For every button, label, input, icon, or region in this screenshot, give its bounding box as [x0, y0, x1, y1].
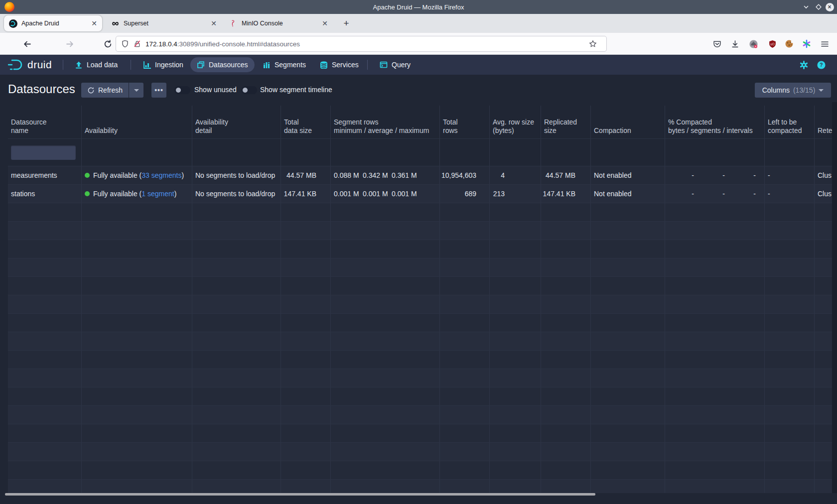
table-cell-empty — [192, 314, 281, 332]
extension-icon[interactable] — [746, 37, 760, 51]
col-header-total-rows[interactable]: Totalrows — [440, 106, 490, 138]
tab-close-icon[interactable]: ✕ — [211, 20, 217, 27]
datasources-icon — [197, 61, 205, 69]
columns-count: (13/15) — [793, 86, 815, 94]
url-bar[interactable]: 172.18.0.4:30899/unified-console.html#da… — [116, 36, 607, 52]
insecure-lock-icon[interactable] — [134, 40, 141, 48]
table-cell-empty — [591, 222, 665, 240]
table-cell-empty — [8, 461, 82, 479]
table-cell-empty — [331, 277, 440, 295]
table-cell-empty — [440, 240, 490, 258]
table-cell-empty — [192, 443, 281, 461]
settings-gear-icon[interactable] — [796, 57, 812, 72]
col-header-total-data-size[interactable]: Totaldata size — [281, 106, 331, 138]
tab-superset[interactable]: Superset ✕ — [106, 15, 222, 31]
table-cell-empty — [440, 369, 490, 387]
segments-link[interactable]: 33 segments — [141, 171, 181, 179]
table-cell-empty — [440, 387, 490, 405]
table-cell-empty — [192, 424, 281, 442]
show-segment-timeline-toggle[interactable] — [241, 86, 257, 94]
col-header-compaction[interactable]: Compaction — [591, 106, 665, 138]
page-header: Datasources Refresh ••• Show unused Show… — [0, 75, 837, 106]
col-header-pct-compacted[interactable]: % Compactedbytes / segments / intervals — [665, 106, 765, 138]
columns-button[interactable]: Columns (13/15) — [755, 83, 831, 98]
col-header-replicated-size[interactable]: Replicatedsize — [541, 106, 591, 138]
help-icon[interactable]: ? — [814, 57, 829, 72]
segments-link[interactable]: 1 segment — [141, 190, 174, 198]
show-unused-toggle[interactable] — [174, 86, 190, 94]
tracking-shield-icon[interactable] — [121, 40, 129, 48]
tab-close-icon[interactable]: ✕ — [91, 20, 97, 27]
filter-cell — [192, 139, 281, 166]
cell-segment-rows: 0.088 M0.342 M0.361 M — [331, 166, 440, 184]
bookmark-star-icon[interactable] — [589, 40, 597, 48]
col-header-availability-detail[interactable]: Availabilitydetail — [192, 106, 281, 138]
more-actions-button[interactable]: ••• — [151, 83, 166, 98]
table-cell-empty — [665, 222, 765, 240]
cell-availability-detail: No segments to load/drop — [192, 166, 281, 184]
table-cell-empty — [192, 203, 281, 221]
nav-item-label: Query — [392, 61, 411, 69]
datasource-filter-input[interactable] — [11, 145, 76, 160]
window-close-icon[interactable]: × — [825, 2, 834, 11]
table-cell-empty — [440, 480, 490, 493]
window-maximize-icon[interactable] — [814, 2, 823, 11]
table-cell-empty — [490, 222, 541, 240]
nav-item-load-data[interactable]: Load data — [68, 57, 124, 72]
table-cell-empty — [591, 443, 665, 461]
pocket-icon[interactable] — [710, 37, 724, 51]
col-header-left-to-be-compacted[interactable]: Left to becompacted — [765, 106, 815, 138]
new-tab-button[interactable]: + — [340, 18, 352, 30]
table-cell-empty — [541, 222, 591, 240]
col-header-availability[interactable]: Availability — [82, 106, 192, 138]
segments-icon — [263, 61, 271, 69]
tab-minio-console[interactable]: MinIO Console ✕ — [224, 15, 333, 31]
window-minimize-icon[interactable] — [802, 2, 811, 11]
tab-strip: Apache Druid ✕ Superset ✕ MinIO Console … — [0, 14, 837, 33]
available-status-dot — [85, 191, 90, 196]
col-header-datasource-name[interactable]: Datasourcename — [8, 106, 82, 138]
forward-button[interactable] — [63, 37, 77, 51]
table-cell-empty — [82, 369, 192, 387]
table-cell-empty — [541, 295, 591, 313]
filter-cell — [281, 139, 331, 166]
table-cell-empty — [8, 369, 82, 387]
table-cell-empty — [591, 203, 665, 221]
reload-button[interactable] — [101, 37, 115, 51]
table-cell-empty — [192, 222, 281, 240]
refresh-button[interactable]: Refresh — [81, 83, 129, 98]
nav-item-query[interactable]: Query — [373, 57, 417, 72]
session-extension-icon[interactable] — [800, 37, 814, 51]
vertical-scrollbar-gutter — [832, 102, 837, 493]
horizontal-scrollbar-thumb[interactable] — [5, 493, 595, 496]
table-cell-empty — [541, 314, 591, 332]
cell-compaction: Not enabled — [591, 166, 665, 184]
nav-item-segments[interactable]: Segments — [256, 57, 312, 72]
nav-item-ingestion[interactable]: Ingestion — [137, 57, 190, 72]
table-cell-empty — [440, 203, 490, 221]
back-button[interactable] — [20, 37, 34, 51]
cookie-extension-icon[interactable] — [782, 37, 796, 51]
table-cell-empty — [490, 443, 541, 461]
col-header-segment-rows[interactable]: Segment rowsminimum / average / maximum — [331, 106, 440, 138]
filter-cell — [591, 139, 665, 166]
menu-hamburger-icon[interactable] — [818, 37, 832, 51]
filter-cell — [8, 139, 82, 166]
table-header-row: Datasourcename Availability Availability… — [8, 106, 837, 138]
tab-apache-druid[interactable]: Apache Druid ✕ — [4, 15, 102, 31]
cell-segment-rows: 0.001 M0.001 M0.001 M — [331, 185, 440, 203]
refresh-options-button[interactable] — [129, 83, 143, 98]
table-cell-empty — [82, 203, 192, 221]
cell-left-to-compact: - — [765, 185, 815, 203]
firefox-logo-icon[interactable] — [4, 2, 14, 12]
table-cell-empty — [331, 332, 440, 350]
col-header-avg-row-size[interactable]: Avg. row size(bytes) — [490, 106, 541, 138]
tab-close-icon[interactable]: ✕ — [322, 20, 328, 27]
table-cell-empty — [82, 351, 192, 369]
druid-logo[interactable]: druid — [7, 58, 52, 71]
nav-item-services[interactable]: Services — [313, 57, 365, 72]
table-cell-empty — [665, 369, 765, 387]
downloads-icon[interactable] — [728, 37, 742, 51]
ublock-icon[interactable]: uO — [765, 37, 779, 51]
nav-item-datasources[interactable]: Datasources — [190, 57, 255, 72]
